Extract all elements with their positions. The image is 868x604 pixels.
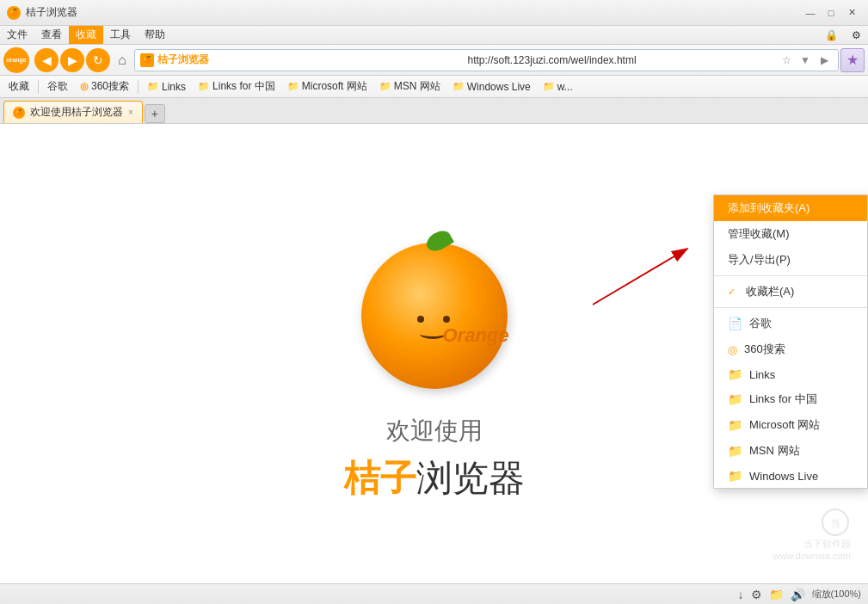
nav-right-buttons: ★: [840, 48, 865, 72]
menu-lock-icon[interactable]: 🔒: [818, 26, 845, 44]
import-export-label: 导入/导出(P): [728, 252, 791, 268]
menu-file[interactable]: 文件: [0, 26, 34, 44]
divider: [38, 80, 39, 94]
tab-close-button[interactable]: ×: [128, 108, 133, 117]
maximize-button[interactable]: □: [822, 5, 840, 21]
status-folder-icon[interactable]: 📁: [769, 588, 784, 601]
browser-window: 🍊 桔子浏览器 — □ ✕ 文件 查看 收藏 工具 帮助 🔒 ⚙ or: [0, 0, 868, 604]
menu-favorites[interactable]: 收藏: [69, 26, 103, 44]
url-dropdown-button[interactable]: ▼: [797, 52, 814, 69]
menu-tools[interactable]: 工具: [103, 26, 138, 44]
reload-button[interactable]: ↻: [86, 48, 110, 72]
folder-icon: 📁: [728, 418, 742, 432]
bookmark-links[interactable]: 📁 Links: [142, 79, 191, 95]
dropdown-links-china[interactable]: 📁 Links for 中国: [714, 386, 867, 412]
manage-favorites-label: 管理收藏(M): [728, 226, 790, 242]
menu-view[interactable]: 查看: [34, 26, 69, 44]
360-label: 360搜索: [744, 342, 785, 357]
window-title: 桔子浏览器: [26, 5, 77, 20]
bookmark-microsoft[interactable]: 📁 Microsoft 网站: [282, 77, 372, 96]
browser-logo-icon: 🍊: [7, 6, 21, 20]
tab-icon: 🍊: [13, 107, 25, 119]
orange-eye-left: [417, 316, 424, 323]
folder-icon: 📁: [728, 392, 742, 406]
url-star-button[interactable]: ☆: [778, 52, 795, 69]
bookmark-button[interactable]: ★: [840, 48, 865, 72]
url-site-label: 桔子浏览器: [157, 52, 465, 67]
dropdown-google[interactable]: 📄 谷歌: [714, 311, 867, 336]
dropdown-360[interactable]: ◎ 360搜索: [714, 336, 867, 362]
microsoft-label: Microsoft 网站: [749, 417, 820, 433]
status-bar: ↓ ⚙ 📁 🔊 缩放(100%): [0, 583, 868, 604]
msn-label: MSN 网站: [749, 443, 800, 459]
divider2: [138, 80, 139, 94]
nav-bar: orange ◀ ▶ ↻ ⌂ 🍊 桔子浏览器 http://soft.123ju…: [0, 45, 868, 76]
svg-text:当: 当: [830, 517, 840, 529]
bookmark-windows-live[interactable]: 📁 Windows Live: [447, 79, 536, 95]
active-tab[interactable]: 🍊 欢迎使用桔子浏览器 ×: [3, 101, 143, 123]
orange-smile: [420, 329, 446, 339]
folder-icon: 📁: [728, 444, 742, 458]
content-area: Orange 欢迎使用 桔子浏览器 当 当下软件园 www.downxia.co…: [0, 124, 868, 604]
title-bar-left: 🍊 桔子浏览器: [7, 5, 77, 20]
url-next-button[interactable]: ▶: [816, 52, 833, 69]
bookmark-more[interactable]: 📁 w...: [538, 79, 578, 95]
svg-line-3: [593, 249, 687, 305]
tab-bar: 🍊 欢迎使用桔子浏览器 × +: [0, 98, 868, 124]
folder-icon: 📁: [198, 81, 210, 92]
dropdown-favorites-bar[interactable]: 收藏栏(A): [714, 279, 867, 305]
dropdown-import-export[interactable]: 导入/导出(P): [714, 247, 867, 273]
new-tab-button[interactable]: +: [145, 104, 165, 123]
menu-help[interactable]: 帮助: [138, 26, 172, 44]
tab-label: 欢迎使用桔子浏览器: [30, 105, 123, 120]
watermark-circle-icon: 当: [820, 507, 851, 538]
minimize-button[interactable]: —: [801, 5, 820, 21]
dropdown-add-favorite[interactable]: 添加到收藏夹(A): [714, 195, 867, 221]
bookmark-label: 收藏: [3, 77, 34, 96]
favorites-dropdown: 添加到收藏夹(A) 管理收藏(M) 导入/导出(P) 收藏栏(A) 📄 谷歌: [713, 194, 868, 489]
browser-logo[interactable]: orange: [3, 47, 29, 73]
folder-icon: 📁: [147, 81, 159, 92]
watermark: 当 当下软件园 www.downxia.com: [773, 507, 851, 561]
dropdown-microsoft[interactable]: 📁 Microsoft 网站: [714, 412, 867, 438]
orange-label: Orange: [443, 324, 509, 347]
dropdown-links[interactable]: 📁 Links: [714, 362, 867, 386]
bookmark-links-china[interactable]: 📁 Links for 中国: [193, 77, 280, 96]
add-favorite-label: 添加到收藏夹(A): [728, 200, 810, 216]
folder-icon: 📁: [728, 469, 742, 483]
folder-icon: 📁: [379, 81, 391, 92]
page-icon: 📄: [728, 317, 742, 330]
forward-button[interactable]: ▶: [60, 48, 84, 72]
dropdown-windows-live[interactable]: 📁 Windows Live: [714, 464, 867, 488]
title-bar-buttons: — □ ✕: [801, 5, 861, 21]
zoom-level: 缩放(100%): [812, 588, 861, 601]
dropdown-divider-1: [714, 275, 867, 276]
red-arrow-indicator: [576, 236, 713, 322]
watermark-line1: 当下软件园: [773, 538, 851, 551]
dropdown-divider-2: [714, 307, 867, 308]
menu-bar: 文件 查看 收藏 工具 帮助 🔒 ⚙: [0, 26, 868, 45]
watermark-line2: www.downxia.com: [773, 551, 851, 561]
windows-live-label: Windows Live: [749, 470, 818, 483]
status-settings-icon[interactable]: ⚙: [751, 588, 762, 601]
menu-settings-icon[interactable]: ⚙: [845, 26, 868, 44]
dropdown-manage-favorites[interactable]: 管理收藏(M): [714, 221, 867, 247]
bookmark-msn[interactable]: 📁 MSN 网站: [374, 77, 446, 96]
close-button[interactable]: ✕: [842, 5, 861, 21]
bookmark-360[interactable]: ◎ 360搜索: [75, 77, 134, 96]
back-button[interactable]: ◀: [34, 48, 58, 72]
status-download-icon[interactable]: ↓: [738, 588, 744, 601]
status-volume-icon[interactable]: 🔊: [791, 588, 805, 601]
home-button[interactable]: ⌂: [112, 50, 132, 71]
folder-icon: 📁: [287, 81, 299, 92]
bookmark-google[interactable]: 谷歌: [42, 77, 73, 96]
folder-icon: 📁: [543, 81, 555, 92]
url-bar[interactable]: 🍊 桔子浏览器 http://soft.123juzi.com/wel/inde…: [134, 49, 839, 71]
bookmarks-bar: 收藏 谷歌 ◎ 360搜索 📁 Links 📁 Links for 中国 📁 M…: [0, 76, 868, 98]
url-text: http://soft.123juzi.com/wel/index.html: [468, 54, 775, 66]
welcome-text: 欢迎使用: [386, 415, 483, 447]
orange-body: [361, 243, 508, 389]
links-label: Links: [749, 368, 775, 381]
orange-eye-right: [443, 316, 450, 323]
dropdown-msn[interactable]: 📁 MSN 网站: [714, 438, 867, 464]
